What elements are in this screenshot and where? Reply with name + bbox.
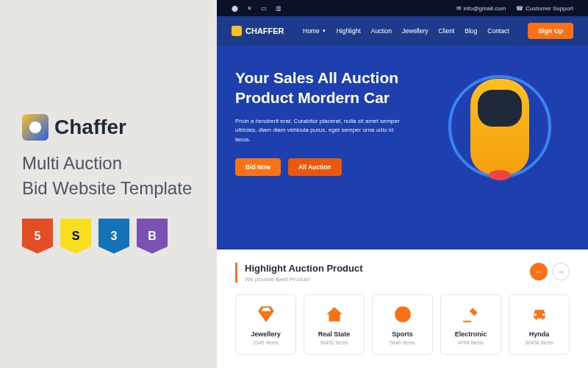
hero-title: Your Sales All Auction Product Mordern C… xyxy=(235,68,403,108)
topbar-support[interactable]: ☎Customer Support xyxy=(516,5,573,12)
card-title: Real State xyxy=(310,330,358,338)
carousel-prev-button[interactable]: ← xyxy=(530,263,548,280)
all-auction-button[interactable]: All Auction xyxy=(288,158,342,176)
facebook-icon[interactable]: ⬤ xyxy=(232,5,238,12)
nav-logo-icon xyxy=(232,26,242,36)
nav-contact[interactable]: Contact xyxy=(487,27,509,35)
linkedin-icon[interactable]: ▥ xyxy=(276,5,282,12)
promo-brand: Chaffer xyxy=(54,116,126,139)
card-title: Jewellery xyxy=(242,330,290,338)
nav-highlight[interactable]: Highlight xyxy=(337,27,361,35)
website-preview: ⬤ ✕ ▭ ▥ ✉info@gmail.com ☎Customer Suppor… xyxy=(217,0,588,368)
category-cards: Jewellery 2345 Items Real State 96452 It… xyxy=(235,294,570,355)
car-icon xyxy=(529,304,550,325)
promo-title: Multi Auction Bid Website Template xyxy=(22,151,195,200)
chevron-down-icon: ▼ xyxy=(322,29,326,33)
bootstrap-badge-icon: B xyxy=(137,219,168,254)
highlight-section: Highlight Auction Product We provide Bes… xyxy=(217,250,588,368)
promo-panel: Chaffer Multi Auction Bid Website Templa… xyxy=(0,0,217,368)
js-badge-icon: S xyxy=(60,219,91,254)
svg-point-0 xyxy=(395,306,411,322)
topbar-email[interactable]: ✉info@gmail.com xyxy=(456,5,506,12)
house-icon xyxy=(324,304,345,325)
highlight-title: Highlight Auction Product xyxy=(245,263,363,274)
nav-logo[interactable]: CHAFFER xyxy=(232,26,284,36)
gavel-icon xyxy=(461,304,481,325)
card-count: 36458 Items xyxy=(515,340,563,345)
hero-description: Proin a hendrerit erat. Curabitur placer… xyxy=(235,117,403,145)
card-count: 4784 Items xyxy=(447,340,495,345)
hero-section: Your Sales All Auction Product Mordern C… xyxy=(217,46,588,250)
card-sports[interactable]: Sports 5846 Items xyxy=(372,294,433,355)
topbar: ⬤ ✕ ▭ ▥ ✉info@gmail.com ☎Customer Suppor… xyxy=(217,0,588,16)
css3-badge-icon: 3 xyxy=(98,219,129,254)
diamond-icon xyxy=(256,304,276,325)
chaffer-logo-icon xyxy=(22,114,49,141)
card-title: Sports xyxy=(379,330,426,338)
ball-icon xyxy=(392,304,413,325)
card-jewellery[interactable]: Jewellery 2345 Items xyxy=(235,294,296,355)
tech-badges: 5 S 3 B xyxy=(22,219,195,254)
navbar: CHAFFER Home▼ Highlight Auction Jeweller… xyxy=(217,16,588,46)
card-title: Electronic xyxy=(447,330,495,338)
signup-button[interactable]: Sign Up xyxy=(528,23,573,39)
card-title: Hynda xyxy=(515,330,563,338)
nav-jewellery[interactable]: Jewellery xyxy=(402,27,428,35)
nav-auction[interactable]: Auction xyxy=(371,27,392,35)
card-count: 96452 Items xyxy=(310,340,358,345)
card-count: 2345 Items xyxy=(242,340,290,345)
nav-client[interactable]: Client xyxy=(439,27,455,35)
twitter-icon[interactable]: ✕ xyxy=(247,5,252,12)
card-hynda[interactable]: Hynda 36458 Items xyxy=(509,294,570,355)
nav-links: Home▼ Highlight Auction Jewellery Client… xyxy=(303,27,509,35)
card-realstate[interactable]: Real State 96452 Items xyxy=(304,294,365,355)
nav-home[interactable]: Home▼ xyxy=(303,27,326,35)
hero-car-image xyxy=(434,60,566,193)
bid-now-button[interactable]: Bid Now xyxy=(235,158,281,176)
html5-badge-icon: 5 xyxy=(22,219,53,254)
card-electronic[interactable]: Electronic 4784 Items xyxy=(440,294,501,355)
social-icons: ⬤ ✕ ▭ ▥ xyxy=(232,5,282,12)
nav-blog[interactable]: Blog xyxy=(465,27,477,35)
email-icon[interactable]: ▭ xyxy=(261,5,267,12)
highlight-subtitle: We provide Best Product xyxy=(245,276,363,283)
card-count: 5846 Items xyxy=(379,340,426,345)
promo-logo: Chaffer xyxy=(22,114,195,141)
carousel-next-button[interactable]: → xyxy=(552,263,570,280)
